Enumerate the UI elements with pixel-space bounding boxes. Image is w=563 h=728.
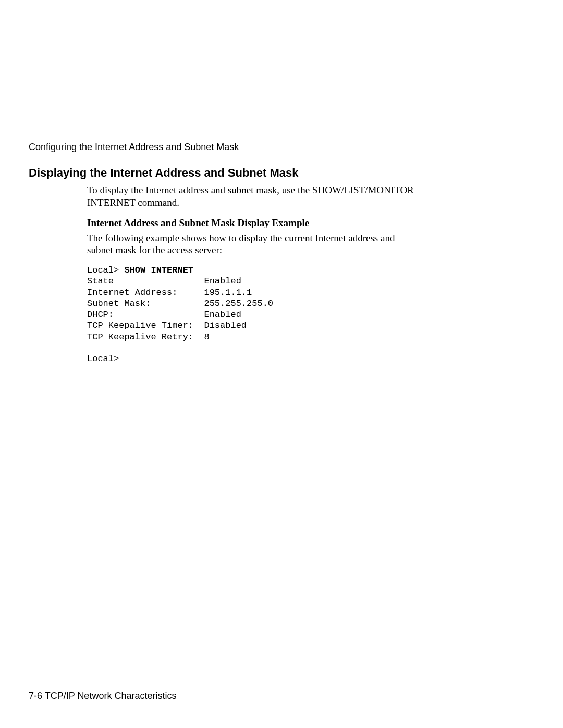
example-intro: The following example shows how to displ… <box>87 232 421 257</box>
terminal-body: State Enabled Internet Address: 195.1.1.… <box>87 276 273 364</box>
section-heading: Displaying the Internet Address and Subn… <box>29 166 527 180</box>
body-block: To display the Internet address and subn… <box>87 184 421 364</box>
terminal-command: SHOW INTERNET <box>124 265 193 275</box>
page-content: Configuring the Internet Address and Sub… <box>29 142 527 364</box>
terminal-output: Local> SHOW INTERNET State Enabled Inter… <box>87 265 421 364</box>
page-footer: 7-6 TCP/IP Network Characteristics <box>29 690 176 701</box>
intro-paragraph: To display the Internet address and subn… <box>87 184 421 209</box>
terminal-prompt: Local> <box>87 265 124 275</box>
sub-heading: Internet Address and Subnet Mask Display… <box>87 217 421 229</box>
breadcrumb: Configuring the Internet Address and Sub… <box>29 142 527 153</box>
